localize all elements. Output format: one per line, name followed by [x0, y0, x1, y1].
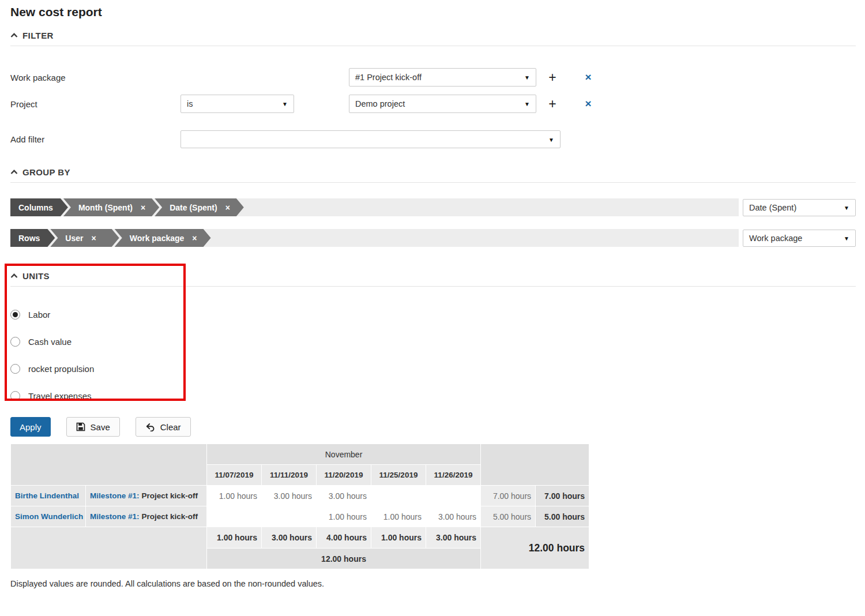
- column-sum-cell: 1.00 hours: [207, 527, 262, 549]
- date-header-cell: 11/07/2019: [207, 465, 262, 486]
- project-operator-select[interactable]: is ▼: [180, 95, 294, 113]
- hours-cell: [426, 486, 481, 506]
- unit-option-rocket-propulsion[interactable]: rocket propulsion: [10, 361, 149, 376]
- remove-filter-icon[interactable]: ×: [580, 97, 597, 110]
- hours-cell: 1.00 hours: [317, 506, 371, 527]
- page-title: New cost report: [10, 0, 856, 19]
- project-filter-label: Project: [10, 99, 180, 109]
- clear-button-label: Clear: [160, 422, 181, 432]
- work-package-filter-label: Work package: [10, 73, 180, 82]
- work-package-link[interactable]: Milestone #1:: [90, 512, 140, 521]
- unit-option-labor[interactable]: Labor: [10, 307, 149, 322]
- add-filter-value-button[interactable]: +: [544, 69, 561, 86]
- work-package-cell: Milestone #1:Project kick-off: [86, 486, 207, 506]
- hours-cell: [207, 506, 262, 527]
- chip-close-icon[interactable]: ×: [192, 234, 197, 243]
- save-icon: [76, 422, 85, 431]
- group-by-section-header[interactable]: GROUP BY: [10, 167, 856, 183]
- group-chip-label: Date (Spent): [170, 203, 217, 212]
- user-link[interactable]: Birthe Lindenthal: [15, 491, 79, 500]
- rows-group-select-value: Work package: [749, 234, 802, 243]
- hours-cell: 1.00 hours: [207, 486, 262, 506]
- work-package-name: Project kick-off: [142, 512, 198, 521]
- chevron-down-icon: ▼: [524, 74, 530, 81]
- add-filter-select[interactable]: ▼: [180, 130, 561, 148]
- month-sum-cell: 7.00 hours: [481, 486, 536, 506]
- filter-section-header[interactable]: FILTER: [10, 31, 856, 46]
- group-chip-label: Work package: [130, 234, 185, 243]
- rows-group-select[interactable]: Work package ▼: [743, 230, 856, 247]
- work-package-link[interactable]: Milestone #1:: [90, 491, 140, 500]
- date-header-cell: 11/20/2019: [317, 465, 371, 486]
- radio-icon[interactable]: [10, 337, 20, 347]
- filter-row-project: Project is ▼ Demo project ▼ + ×: [10, 95, 856, 113]
- chevron-up-icon: [10, 170, 18, 175]
- apply-button-label: Apply: [20, 422, 42, 432]
- rows-zone-label: Rows: [18, 234, 40, 243]
- group-chip-label: Month (Spent): [78, 203, 133, 212]
- radio-selected-icon[interactable]: [10, 310, 20, 320]
- radio-icon[interactable]: [10, 364, 20, 374]
- units-section-label: UNITS: [22, 271, 50, 281]
- work-package-value: #1 Project kick-off: [355, 73, 422, 82]
- unit-option-travel-expenses[interactable]: Travel expenses: [10, 388, 149, 403]
- project-operator-value: is: [187, 99, 193, 108]
- footer-empty-cell: [11, 527, 207, 569]
- unit-option-label: Travel expenses: [28, 391, 92, 401]
- chevron-down-icon: ▼: [282, 101, 288, 107]
- add-filter-label: Add filter: [10, 134, 180, 144]
- remove-filter-icon[interactable]: ×: [580, 71, 597, 84]
- work-package-value-select[interactable]: #1 Project kick-off ▼: [349, 68, 536, 87]
- column-sum-cell: 4.00 hours: [317, 527, 371, 549]
- chevron-down-icon: ▼: [548, 136, 554, 142]
- save-button-label: Save: [91, 422, 110, 432]
- hours-cell: 3.00 hours: [317, 486, 371, 506]
- units-section-header[interactable]: UNITS: [10, 271, 856, 287]
- table-corner-cell: [11, 444, 207, 486]
- date-header-cell: 11/25/2019: [371, 465, 426, 486]
- radio-icon[interactable]: [10, 391, 20, 401]
- group-chip-user[interactable]: User ×: [50, 229, 119, 247]
- table-footer-sums: 1.00 hours 3.00 hours 4.00 hours 1.00 ho…: [11, 527, 589, 549]
- project-value-select[interactable]: Demo project ▼: [349, 95, 536, 113]
- month-header-cell: November: [207, 444, 481, 465]
- group-by-rows-zone[interactable]: Rows User × Work package ×: [10, 229, 739, 247]
- cost-report-table: November 11/07/2019 11/11/2019 11/20/201…: [10, 444, 589, 569]
- hours-cell: 3.00 hours: [426, 506, 481, 527]
- chip-close-icon[interactable]: ×: [91, 234, 96, 243]
- hours-cell: 1.00 hours: [371, 506, 426, 527]
- save-button[interactable]: Save: [66, 417, 120, 437]
- hours-cell: 3.00 hours: [262, 486, 317, 506]
- group-chip-month-spent[interactable]: Month (Spent) ×: [63, 198, 159, 216]
- group-by-columns-zone[interactable]: Columns Month (Spent) × Date (Spent) ×: [10, 198, 739, 216]
- chevron-down-icon: ▼: [524, 101, 530, 107]
- unit-option-cash-value[interactable]: Cash value: [10, 334, 149, 349]
- unit-option-label: Cash value: [28, 337, 72, 347]
- chevron-up-icon: [10, 33, 18, 38]
- chevron-up-icon: [10, 273, 18, 279]
- hours-cell: [371, 486, 426, 506]
- clear-button[interactable]: Clear: [136, 417, 191, 437]
- table-row: Birthe Lindenthal Milestone #1:Project k…: [11, 486, 589, 506]
- chip-close-icon[interactable]: ×: [141, 203, 145, 212]
- rows-zone-label-chip: Rows: [10, 229, 55, 247]
- group-chip-date-spent[interactable]: Date (Spent) ×: [155, 198, 244, 216]
- chevron-down-icon: ▼: [844, 204, 849, 211]
- unit-option-label: Labor: [28, 310, 50, 320]
- grand-total-cell: 12.00 hours: [481, 527, 589, 569]
- columns-group-select[interactable]: Date (Spent) ▼: [743, 199, 856, 216]
- group-by-section-label: GROUP BY: [22, 167, 70, 177]
- chip-close-icon[interactable]: ×: [225, 203, 230, 212]
- column-sum-cell: 1.00 hours: [371, 527, 426, 549]
- unit-option-label: rocket propulsion: [28, 364, 94, 374]
- table-corner-cell: [481, 444, 589, 486]
- project-value: Demo project: [355, 99, 405, 108]
- apply-button[interactable]: Apply: [10, 417, 51, 437]
- group-chip-work-package[interactable]: Work package ×: [115, 229, 211, 247]
- user-link[interactable]: Simon Wunderlich: [15, 512, 83, 521]
- column-sum-cell: 3.00 hours: [262, 527, 317, 549]
- add-filter-value-button[interactable]: +: [544, 95, 561, 112]
- hours-cell: [262, 506, 317, 527]
- row-total-cell: 5.00 hours: [536, 506, 589, 527]
- column-sum-cell: 3.00 hours: [426, 527, 481, 549]
